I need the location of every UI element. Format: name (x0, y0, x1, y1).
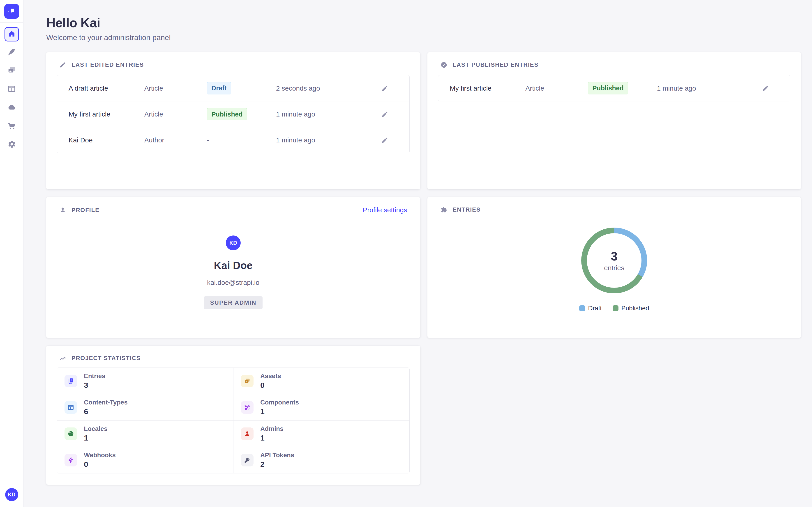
profile-card: PROFILE Profile settings KD Kai Doe kai.… (46, 197, 420, 338)
home-icon (8, 30, 15, 38)
stat-webhooks: Webhooks 0 (57, 447, 233, 473)
sidebar-item-content-type-builder[interactable] (7, 84, 17, 94)
project-statistics-card: PROJECT STATISTICS Entries (46, 346, 420, 485)
person-icon (241, 428, 254, 440)
card-title-last-published: LAST PUBLISHED ENTRIES (453, 61, 539, 68)
status-badge: Published (588, 82, 628, 95)
layout-icon (64, 401, 77, 414)
entry-time: 1 minute ago (657, 84, 753, 92)
card-title-profile: PROFILE (71, 207, 99, 214)
entry-type: Author (144, 136, 207, 144)
entry-type: Article (525, 84, 588, 92)
entry-time: 2 seconds ago (276, 84, 371, 92)
entry-type: Article (144, 84, 207, 92)
card-title-project-statistics: PROJECT STATISTICS (71, 355, 141, 362)
stat-value: 0 (84, 460, 116, 469)
last-edited-table: A draft article Article Draft 2 seconds … (57, 75, 410, 153)
dashboard-grid: LAST EDITED ENTRIES A draft article Arti… (46, 52, 801, 485)
stat-value: 0 (260, 381, 281, 390)
entry-type: Article (144, 110, 207, 118)
strapi-logo-icon (7, 6, 16, 16)
stat-components: Components 1 (233, 394, 409, 420)
sidebar: KD (0, 0, 23, 507)
stat-value: 1 (260, 434, 284, 442)
page-subtitle: Welcome to your administration panel (46, 33, 801, 42)
entry-time: 1 minute ago (276, 110, 371, 118)
app-root: KD Hello Kai Welcome to your administrat… (0, 0, 812, 507)
bolt-icon (64, 454, 77, 466)
last-edited-entries-card: LAST EDITED ENTRIES A draft article Arti… (46, 52, 420, 189)
table-row: My first article Article Published 1 min… (57, 101, 409, 127)
trending-up-icon (59, 355, 66, 362)
stats-table: Entries 3 (57, 368, 410, 473)
published-swatch (613, 305, 618, 311)
logo-section (0, 0, 23, 22)
table-row: Kai Doe Author - 1 minute ago (57, 127, 409, 153)
legend-item-published: Published (613, 305, 649, 312)
stat-label: API Tokens (260, 452, 294, 459)
edit-entry-button[interactable] (380, 110, 390, 119)
entries-donut-ring: 3 entries (581, 228, 647, 293)
stat-label: Locales (84, 425, 107, 433)
entry-name: My first article (68, 110, 144, 118)
legend-label: Published (621, 305, 649, 312)
stat-label: Content-Types (84, 399, 128, 406)
last-published-entries-card: LAST PUBLISHED ENTRIES My first article … (427, 52, 801, 189)
edit-entry-button[interactable] (761, 83, 770, 93)
profile-avatar: KD (226, 235, 241, 250)
stat-label: Assets (260, 373, 281, 380)
profile-email: kai.doe@strapi.io (46, 279, 420, 286)
sidebar-item-settings[interactable] (7, 140, 17, 150)
status-badge: Published (207, 108, 247, 121)
sidebar-item-content-manager[interactable] (7, 47, 17, 57)
entries-card: ENTRIES 3 entries Draft (427, 197, 801, 338)
layout-icon (7, 84, 16, 94)
entry-time: 1 minute ago (276, 136, 371, 144)
media-library-icon (7, 66, 16, 75)
table-row: My first article Article Published 1 min… (438, 75, 790, 101)
feather-icon (7, 48, 16, 57)
stat-locales: Locales 1 (57, 420, 233, 447)
sidebar-item-marketplace[interactable] (7, 121, 17, 131)
sidebar-item-media-library[interactable] (7, 66, 17, 76)
gear-icon (7, 140, 16, 150)
profile-name: Kai Doe (46, 259, 420, 272)
key-icon (241, 454, 254, 466)
stat-entries: Entries 3 (57, 368, 233, 394)
user-avatar[interactable]: KD (5, 488, 18, 501)
entry-name: Kai Doe (68, 136, 144, 144)
entry-name: A draft article (68, 84, 144, 92)
stat-label: Admins (260, 425, 284, 433)
last-published-table: My first article Article Published 1 min… (438, 75, 790, 101)
status-badge: Draft (207, 82, 231, 95)
stat-label: Webhooks (84, 452, 116, 459)
user-icon (59, 207, 66, 213)
entry-name: My first article (450, 84, 525, 92)
stat-api-tokens: API Tokens 2 (233, 447, 409, 473)
strapi-logo-button[interactable] (4, 4, 19, 19)
chart-legend: Draft Published (579, 305, 649, 312)
sidebar-item-cloud[interactable] (7, 103, 17, 113)
entries-donut-center: 3 entries (587, 233, 642, 288)
sidebar-nav (0, 22, 23, 158)
status-empty: - (207, 136, 276, 144)
card-title-entries: ENTRIES (453, 206, 481, 213)
role-badge: SUPER ADMIN (204, 296, 262, 309)
cart-icon (7, 121, 16, 131)
stat-label: Entries (84, 373, 105, 380)
stat-value: 1 (84, 434, 107, 442)
globe-icon (64, 428, 77, 440)
puzzle-icon (441, 207, 447, 213)
stat-admins: Admins 1 (233, 420, 409, 447)
entries-total: 3 (611, 249, 618, 263)
edit-entry-button[interactable] (380, 135, 390, 145)
cloud-icon (7, 103, 16, 113)
sidebar-item-home[interactable] (4, 27, 19, 42)
stat-label: Components (260, 399, 299, 406)
edit-entry-button[interactable] (380, 83, 390, 93)
stat-value: 2 (260, 460, 294, 469)
legend-item-draft: Draft (579, 305, 602, 312)
stat-assets: Assets 0 (233, 368, 409, 394)
pictures-icon (241, 375, 254, 387)
profile-settings-link[interactable]: Profile settings (363, 206, 407, 214)
